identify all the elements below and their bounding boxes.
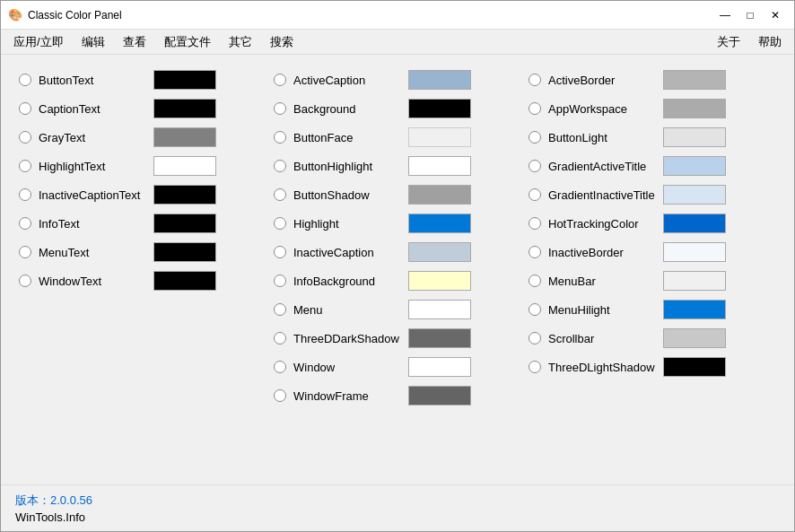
minimize-button[interactable]: —	[713, 4, 737, 27]
swatch-infotext[interactable]	[153, 214, 216, 233]
label-menutext: MenuText	[39, 246, 146, 259]
label-scrollbar: Scrollbar	[548, 332, 656, 345]
radio-highlighttext[interactable]	[19, 160, 31, 172]
label-graytext: GrayText	[39, 131, 146, 144]
radio-windowtext[interactable]	[19, 275, 31, 287]
swatch-highlighttext[interactable]	[153, 156, 216, 176]
swatch-menubar[interactable]	[663, 271, 726, 291]
radio-menubar[interactable]	[529, 275, 541, 287]
swatch-infobackground[interactable]	[408, 271, 471, 291]
radio-infobackground[interactable]	[274, 275, 286, 287]
swatch-appworkspace[interactable]	[663, 99, 726, 118]
radio-inactiveborder[interactable]	[529, 246, 541, 258]
footer: 版本：2.0.0.56 WinTools.Info	[1, 484, 794, 531]
color-item-graytext: GrayText	[15, 123, 270, 152]
radio-captiontext[interactable]	[19, 102, 31, 115]
swatch-graytext[interactable]	[153, 127, 216, 147]
radio-window[interactable]	[274, 361, 286, 373]
swatch-menu[interactable]	[408, 300, 471, 319]
swatch-windowtext[interactable]	[153, 271, 216, 291]
radio-gradientinactivetitle[interactable]	[529, 188, 541, 201]
radio-hottrackingcolor[interactable]	[529, 217, 541, 230]
label-inactivecaption: InactiveCaption	[293, 246, 401, 259]
color-item-menuhilight: MenuHilight	[525, 295, 780, 324]
menu-about[interactable]: 关于	[708, 31, 749, 54]
label-buttonlight: ButtonLight	[548, 131, 656, 144]
color-item-menutext: MenuText	[15, 238, 270, 266]
version-number: 2.0.0.56	[50, 493, 92, 507]
menu-help[interactable]: 帮助	[749, 31, 791, 54]
radio-gradientactivetitle[interactable]	[529, 160, 541, 172]
label-buttonface: ButtonFace	[293, 131, 401, 144]
website-link[interactable]: WinTools.Info	[15, 510, 780, 524]
color-item-menu: Menu	[270, 295, 525, 324]
radio-scrollbar[interactable]	[529, 332, 541, 344]
radio-graytext[interactable]	[19, 131, 31, 144]
title-bar: 🎨 Classic Color Panel — □ ✕	[1, 1, 794, 30]
radio-buttonlight[interactable]	[529, 131, 541, 144]
radio-buttonshadow[interactable]	[274, 188, 286, 201]
swatch-inactivecaption[interactable]	[408, 242, 471, 262]
swatch-scrollbar[interactable]	[663, 328, 726, 348]
swatch-inactiveborder[interactable]	[663, 242, 726, 262]
swatch-captiontext[interactable]	[153, 99, 216, 118]
radio-activeborder[interactable]	[529, 74, 541, 86]
radio-menu[interactable]	[274, 303, 286, 316]
color-item-menubar: MenuBar	[525, 266, 780, 295]
swatch-inactivecaptiontext[interactable]	[153, 185, 216, 205]
label-inactiveborder: InactiveBorder	[548, 246, 656, 259]
swatch-threedddarkshadow[interactable]	[408, 328, 471, 348]
swatch-threedlightshadow[interactable]	[663, 357, 726, 377]
swatch-activecaption[interactable]	[408, 70, 471, 90]
label-buttontext: ButtonText	[39, 74, 146, 87]
swatch-hottrackingcolor[interactable]	[663, 214, 726, 233]
radio-inactivecaptiontext[interactable]	[19, 188, 31, 201]
label-appworkspace: AppWorkspace	[548, 102, 656, 116]
radio-windowframe[interactable]	[274, 389, 286, 402]
menu-other[interactable]: 其它	[220, 31, 261, 54]
menu-search[interactable]: 搜索	[261, 31, 302, 54]
radio-buttonhighlight[interactable]	[274, 160, 286, 172]
radio-menutext[interactable]	[19, 246, 31, 258]
swatch-highlight[interactable]	[408, 214, 471, 233]
swatch-background[interactable]	[408, 99, 471, 118]
swatch-menuhilight[interactable]	[663, 300, 726, 319]
radio-buttontext[interactable]	[19, 74, 31, 86]
swatch-menutext[interactable]	[153, 242, 216, 262]
menu-view[interactable]: 查看	[114, 31, 155, 54]
swatch-activeborder[interactable]	[663, 70, 726, 90]
swatch-buttonhighlight[interactable]	[408, 156, 471, 176]
swatch-gradientinactivetitle[interactable]	[663, 185, 726, 205]
close-button[interactable]: ✕	[764, 4, 787, 27]
swatch-buttonshadow[interactable]	[408, 185, 471, 205]
swatch-buttonface[interactable]	[408, 127, 471, 147]
radio-appworkspace[interactable]	[529, 102, 541, 115]
radio-background[interactable]	[274, 102, 286, 115]
swatch-gradientactivetitle[interactable]	[663, 156, 726, 176]
radio-inactivecaption[interactable]	[274, 246, 286, 258]
color-item-hottrackingcolor: HotTrackingColor	[525, 209, 780, 238]
menu-edit[interactable]: 编辑	[73, 31, 114, 54]
radio-activecaption[interactable]	[274, 74, 286, 86]
radio-threedddarkshadow[interactable]	[274, 332, 286, 344]
menu-config[interactable]: 配置文件	[155, 31, 220, 54]
label-buttonhighlight: ButtonHighlight	[293, 160, 401, 173]
radio-buttonface[interactable]	[274, 131, 286, 144]
swatch-windowframe[interactable]	[408, 386, 471, 406]
swatch-window[interactable]	[408, 357, 471, 377]
window-title: Classic Color Panel	[28, 9, 713, 22]
col2: ActiveCaption Background ButtonFace Butt…	[270, 65, 525, 410]
app-icon: 🎨	[8, 8, 22, 22]
color-item-inactivecaption: InactiveCaption	[270, 238, 525, 266]
radio-threedlightshadow[interactable]	[529, 361, 541, 373]
swatch-buttonlight[interactable]	[663, 127, 726, 147]
radio-menuhilight[interactable]	[529, 303, 541, 316]
radio-highlight[interactable]	[274, 217, 286, 230]
label-hottrackingcolor: HotTrackingColor	[548, 217, 656, 231]
maximize-button[interactable]: □	[738, 4, 762, 27]
color-item-gradientinactivetitle: GradientInactiveTitle	[525, 180, 780, 209]
label-highlighttext: HighlightText	[39, 160, 146, 173]
swatch-buttontext[interactable]	[153, 70, 216, 90]
radio-infotext[interactable]	[19, 217, 31, 230]
menu-apply[interactable]: 应用/立即	[4, 31, 73, 54]
